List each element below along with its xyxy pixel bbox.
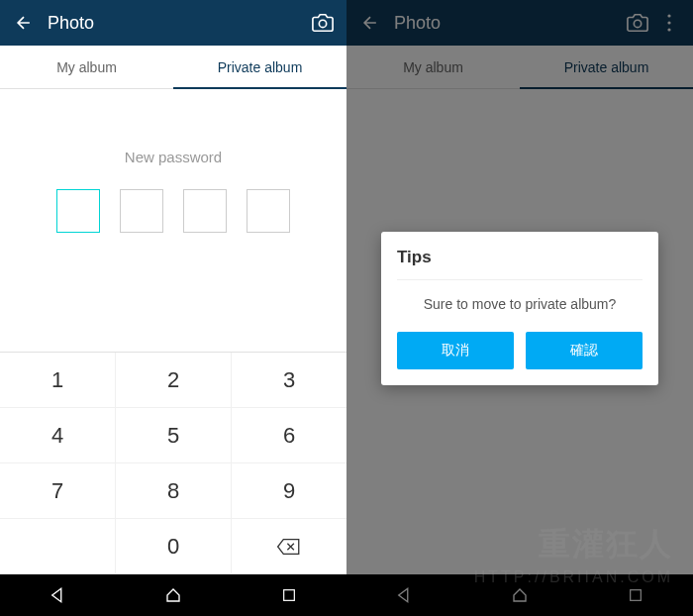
pin-box-4[interactable]: [247, 189, 290, 233]
pin-box-2[interactable]: [120, 189, 163, 233]
svg-rect-1: [283, 590, 294, 601]
pin-input-group: [56, 189, 290, 233]
key-8[interactable]: 8: [116, 463, 232, 519]
tab-private-album[interactable]: Private album: [173, 46, 346, 88]
cancel-button[interactable]: 取消: [397, 332, 514, 369]
nav-recent-icon[interactable]: [278, 584, 300, 606]
password-content: New password: [0, 89, 346, 352]
key-5[interactable]: 5: [116, 408, 232, 463]
password-prompt: New password: [125, 149, 222, 165]
dialog-title: Tips: [397, 248, 643, 280]
confirm-button[interactable]: 確認: [526, 332, 643, 369]
key-2[interactable]: 2: [116, 353, 232, 408]
pin-box-1[interactable]: [56, 189, 100, 233]
android-navbar: [0, 574, 346, 616]
dialog-message: Sure to move to private album?: [397, 296, 643, 312]
screen-right: Photo My album Private album: [346, 0, 693, 616]
modal-overlay[interactable]: Tips Sure to move to private album? 取消 確…: [346, 0, 693, 616]
key-9[interactable]: 9: [232, 463, 346, 519]
key-backspace[interactable]: [232, 519, 346, 574]
svg-point-0: [319, 20, 326, 27]
key-0[interactable]: 0: [116, 519, 232, 574]
camera-icon[interactable]: [311, 11, 335, 35]
pin-box-3[interactable]: [183, 189, 227, 233]
nav-home-icon[interactable]: [162, 584, 184, 606]
back-icon[interactable]: [12, 11, 36, 35]
key-1[interactable]: 1: [0, 353, 116, 408]
key-3[interactable]: 3: [232, 353, 346, 408]
numeric-keypad: 1 2 3 4 5 6 7 8 9 0: [0, 352, 346, 574]
app-header: Photo: [0, 0, 346, 46]
tab-bar: My album Private album: [0, 46, 346, 89]
key-6[interactable]: 6: [232, 408, 346, 463]
key-empty: [0, 519, 116, 574]
key-7[interactable]: 7: [0, 463, 116, 519]
screen-left: Photo My album Private album New passwor…: [0, 0, 346, 616]
key-4[interactable]: 4: [0, 408, 116, 463]
tab-my-album[interactable]: My album: [0, 46, 173, 88]
tips-dialog: Tips Sure to move to private album? 取消 確…: [381, 232, 658, 385]
nav-back-icon[interactable]: [47, 584, 68, 606]
page-title: Photo: [48, 13, 311, 34]
